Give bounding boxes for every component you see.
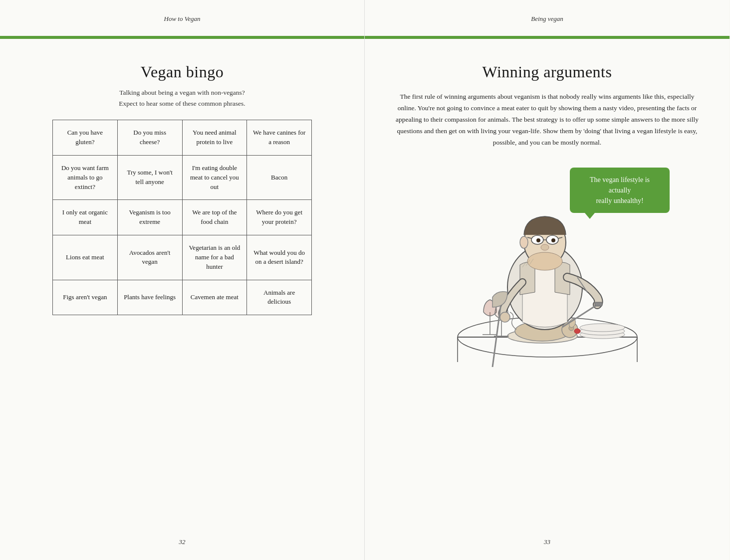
bingo-cell-2-1: Veganism is too extreme [117,200,182,235]
bingo-cell-3-1: Avocados aren't vegan [117,235,182,280]
svg-point-31 [520,236,528,248]
bingo-cell-0-2: You need animal protein to live [182,120,247,156]
svg-point-28 [551,238,555,242]
bingo-title: Vegan bingo [141,63,224,81]
bingo-cell-1-2: I'm eating double meat to cancel you out [182,155,247,200]
right-page: Being vegan Winning arguments The first … [365,0,730,560]
svg-rect-19 [595,302,602,306]
bingo-cell-4-0: Figs aren't vegan [53,280,118,315]
bingo-cell-2-3: Where do you get your protein? [247,200,312,235]
svg-point-29 [541,244,549,250]
winning-title: Winning arguments [395,63,700,81]
illustration-area: The vegan lifestyle is actually really u… [395,163,700,367]
right-footer: 33 [365,538,730,546]
svg-point-6 [580,324,625,332]
bingo-cell-4-3: Animals are delicious [247,280,312,315]
bingo-cell-3-0: Lions eat meat [53,235,118,280]
left-header: How to Vegan [0,15,364,23]
bingo-cell-1-0: Do you want farm animals to go extinct? [53,155,118,200]
bingo-cell-4-2: Cavemen ate meat [182,280,247,315]
left-page: How to Vegan Vegan bingo Talking about b… [0,0,365,560]
svg-point-27 [536,238,540,242]
bingo-subtitle: Talking about being a vegan with non-veg… [119,87,245,109]
svg-point-12 [574,329,580,334]
right-header: Being vegan [365,15,730,23]
bingo-cell-0-0: Can you have gluten? [53,120,118,156]
speech-bubble: The vegan lifestyle is actually really u… [570,168,670,213]
left-content: Vegan bingo Talking about being a vegan … [0,39,364,560]
svg-point-30 [527,252,562,270]
left-footer: 32 [0,538,364,546]
bingo-cell-1-3: Bacon [247,155,312,200]
bingo-cell-3-2: Vegetarian is an old name for a bad hunt… [182,235,247,280]
bingo-table: Can you have gluten?Do you miss cheese?Y… [52,120,312,315]
svg-point-20 [500,312,510,322]
bingo-cell-2-0: I only eat organic meat [53,200,118,235]
bingo-cell-0-1: Do you miss cheese? [117,120,182,156]
bingo-cell-0-3: We have canines for a reason [247,120,312,156]
winning-body: The first rule of winning arguments abou… [395,91,700,149]
bingo-cell-2-2: We are top of the food chain [182,200,247,235]
bingo-cell-1-1: Try some, I won't tell anyone [117,155,182,200]
bingo-cell-4-1: Plants have feelings [117,280,182,315]
bingo-cell-3-3: What would you do on a desert island? [247,235,312,280]
right-content: Winning arguments The first rule of winn… [365,39,730,397]
